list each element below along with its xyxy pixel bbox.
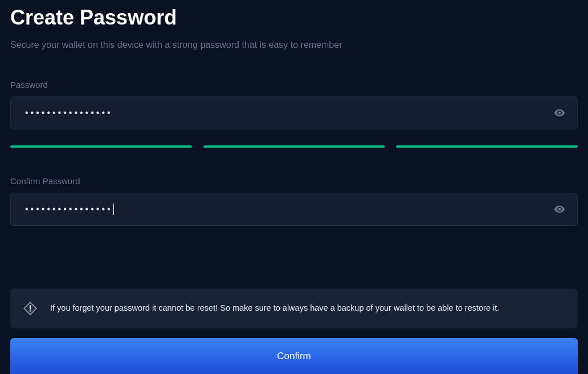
confirm-password-input-wrapper: •••••••••••••••• xyxy=(10,193,578,226)
warning-text: If you forget your password it cannot be… xyxy=(50,302,499,314)
strength-bar xyxy=(10,145,192,148)
warning-banner: If you forget your password it cannot be… xyxy=(10,288,578,328)
confirm-password-field-group: Confirm Password •••••••••••••••• xyxy=(10,176,578,226)
page-subtitle: Secure your wallet on this device with a… xyxy=(10,40,578,50)
strength-bar xyxy=(396,145,578,148)
confirm-password-input[interactable] xyxy=(10,193,578,226)
confirm-password-label: Confirm Password xyxy=(10,176,578,186)
page-title: Create Password xyxy=(10,6,578,30)
password-strength-meter xyxy=(10,145,578,148)
eye-icon[interactable] xyxy=(554,204,565,215)
svg-point-1 xyxy=(30,310,31,311)
password-input-wrapper: •••••••••••••••• xyxy=(10,96,578,129)
eye-icon[interactable] xyxy=(554,107,565,119)
password-field-group: Password •••••••••••••••• xyxy=(10,80,578,129)
confirm-button[interactable]: Confirm xyxy=(10,338,578,374)
password-input[interactable] xyxy=(10,96,578,129)
strength-bar xyxy=(203,145,385,148)
alert-diamond-icon xyxy=(23,301,38,316)
password-label: Password xyxy=(10,80,578,90)
